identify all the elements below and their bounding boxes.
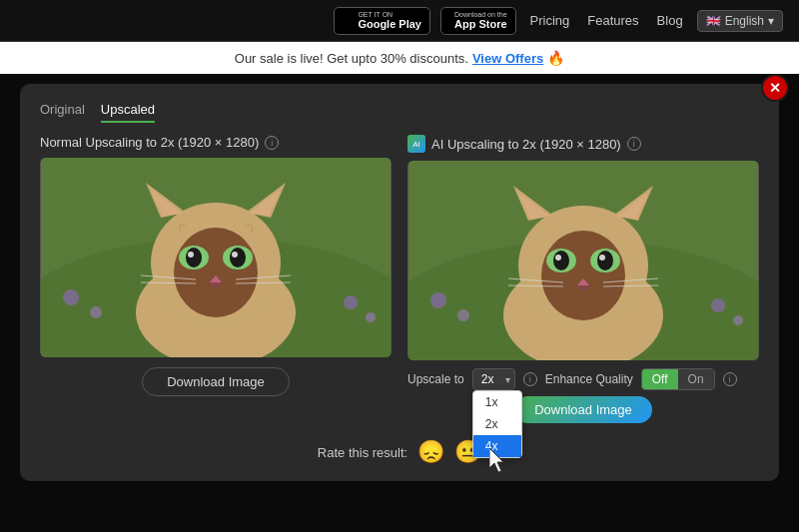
rate-section: Rate this result: 😞 😐 — [40, 439, 759, 465]
app-store-badge[interactable]: Download on the App Store — [440, 7, 516, 35]
svg-point-16 — [230, 248, 246, 267]
toggle-on-button[interactable]: On — [678, 369, 714, 389]
upscale-label: Upscale to — [407, 372, 464, 386]
modal-overlay: ✕ Original Upscaled Normal Upscaling to … — [0, 74, 799, 532]
info-icon-enhance[interactable]: i — [723, 372, 737, 386]
enhance-toggle: Off On — [641, 368, 715, 390]
emoji-bad[interactable]: 😞 — [417, 439, 444, 465]
left-panel-bottom: Download Image — [40, 367, 392, 396]
svg-point-39 — [553, 251, 569, 270]
ai-icon: AI — [407, 135, 425, 153]
svg-point-27 — [457, 309, 469, 321]
google-play-icon: ▶ — [343, 13, 353, 28]
features-link[interactable]: Features — [583, 11, 642, 30]
top-nav: ▶ GET IT ON Google Play Download on the … — [0, 0, 799, 42]
right-panel-title: AI Upscaling to 2x (1920 × 1280) — [431, 137, 621, 152]
scale-select-wrapper: 2x ▾ 1x 2x 4x — [472, 368, 515, 390]
info-icon-left[interactable]: i — [265, 136, 279, 150]
right-panel-bottom: Download Image — [407, 396, 759, 423]
right-image-box — [407, 161, 759, 360]
chevron-down-icon: ▾ — [768, 14, 774, 28]
svg-point-8 — [174, 228, 258, 317]
svg-point-5 — [366, 312, 376, 322]
view-offers-link[interactable]: View Offers — [472, 51, 543, 66]
svg-point-28 — [711, 298, 725, 312]
toggle-off-button[interactable]: Off — [642, 369, 678, 389]
pricing-link[interactable]: Pricing — [526, 11, 574, 30]
sale-banner: Our sale is live! Get upto 30% discounts… — [0, 42, 799, 74]
svg-point-41 — [555, 255, 561, 261]
language-label: English — [725, 14, 764, 28]
comparison-panels: Normal Upscaling to 2x (1920 × 1280) i — [40, 135, 759, 423]
svg-point-40 — [597, 251, 613, 270]
right-controls: Upscale to 2x ▾ 1x 2x 4x i — [407, 368, 759, 390]
left-panel: Normal Upscaling to 2x (1920 × 1280) i — [40, 135, 392, 423]
svg-point-29 — [733, 315, 743, 325]
left-image-box — [40, 158, 392, 357]
svg-point-26 — [430, 292, 446, 308]
scale-dropdown[interactable]: 1x 2x 4x — [472, 390, 522, 458]
svg-point-17 — [188, 252, 194, 258]
svg-point-4 — [344, 295, 358, 309]
info-icon-right[interactable]: i — [627, 137, 641, 151]
fire-icon: 🔥 — [547, 50, 564, 66]
tab-upscaled[interactable]: Upscaled — [101, 102, 155, 123]
right-panel: AI AI Upscaling to 2x (1920 × 1280) i — [407, 135, 759, 423]
scale-option-2x[interactable]: 2x — [473, 413, 521, 435]
svg-point-2 — [63, 289, 79, 305]
left-download-button[interactable]: Download Image — [142, 367, 290, 396]
app-store-small-text: Download on the — [454, 11, 507, 19]
svg-point-18 — [232, 252, 238, 258]
scale-option-4x[interactable]: 4x — [473, 435, 521, 457]
google-play-big-text: Google Play — [358, 18, 421, 30]
tab-bar: Original Upscaled — [40, 102, 759, 123]
comparison-modal: ✕ Original Upscaled Normal Upscaling to … — [20, 84, 779, 481]
enhance-label: Enhance Quality — [545, 372, 633, 386]
svg-point-42 — [599, 255, 605, 261]
left-panel-title: Normal Upscaling to 2x (1920 × 1280) — [40, 135, 259, 150]
google-play-badge[interactable]: ▶ GET IT ON Google Play — [334, 7, 430, 35]
flag-icon: 🇬🇧 — [706, 14, 721, 28]
svg-point-3 — [90, 306, 102, 318]
sale-text: Our sale is live! Get upto 30% discounts… — [235, 51, 468, 66]
app-store-big-text: App Store — [454, 18, 507, 30]
tab-original[interactable]: Original — [40, 102, 85, 123]
right-download-button[interactable]: Download Image — [514, 396, 652, 423]
blog-link[interactable]: Blog — [653, 11, 687, 30]
rate-label: Rate this result: — [318, 445, 407, 460]
language-selector[interactable]: 🇬🇧 English ▾ — [697, 10, 783, 32]
google-play-small-text: GET IT ON — [358, 11, 421, 19]
close-button[interactable]: ✕ — [761, 74, 789, 102]
scale-option-1x[interactable]: 1x — [473, 391, 521, 413]
svg-point-32 — [541, 231, 625, 320]
scale-select[interactable]: 2x — [472, 368, 515, 390]
info-icon-scale[interactable]: i — [523, 372, 537, 386]
svg-point-15 — [186, 248, 202, 267]
